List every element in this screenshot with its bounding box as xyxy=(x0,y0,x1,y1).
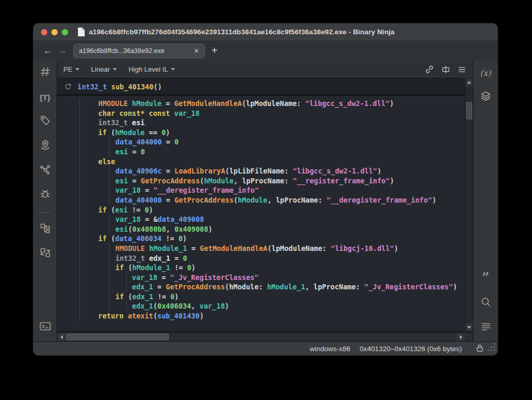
code-token[interactable]: ) xyxy=(183,234,187,243)
code-line[interactable]: var_18 = "_Jv_RegisterClasses" xyxy=(57,273,473,283)
code-token[interactable]: if xyxy=(115,263,124,272)
code-token[interactable]: var_18 xyxy=(174,109,200,117)
scroll-down-button[interactable] xyxy=(466,324,473,331)
code-token[interactable]: ) xyxy=(149,206,153,214)
code-token[interactable]: var_18 xyxy=(132,273,157,282)
code-token[interactable]: = xyxy=(162,167,174,175)
split-view-icon[interactable] xyxy=(441,65,450,74)
code-token[interactable]: ) xyxy=(377,167,381,175)
code-token[interactable]: = xyxy=(162,196,174,204)
code-line[interactable]: return atexit(sub_401430) xyxy=(57,311,473,321)
code-token[interactable]: "libgcc_s_dw2-1.dll" xyxy=(305,99,390,108)
sidebar-item-types[interactable]: {T} xyxy=(37,89,53,105)
vertical-scrollbar[interactable] xyxy=(465,78,473,331)
code-token[interactable]: GetProcAddress xyxy=(141,177,200,185)
code-token[interactable]: ( xyxy=(128,225,132,233)
code-token[interactable]: ( xyxy=(268,244,272,252)
code-token[interactable] xyxy=(124,312,128,320)
code-token[interactable]: var_18 xyxy=(200,302,225,310)
code-token[interactable]: hModule xyxy=(204,177,234,185)
sidebar-item-debugger[interactable] xyxy=(37,187,53,203)
code-token[interactable]: = xyxy=(141,215,153,223)
code-token[interactable]: ) xyxy=(166,128,170,137)
code-line[interactable]: if (data_406034 != 0) xyxy=(57,234,473,244)
code-token[interactable]: ) xyxy=(191,263,195,272)
code-token[interactable]: ) xyxy=(453,283,457,291)
code-token[interactable]: if xyxy=(98,206,107,214)
code-token[interactable]: GetModuleHandleA xyxy=(174,99,242,108)
code-token[interactable]: atexit xyxy=(128,312,153,320)
code-token[interactable]: sub_401340 xyxy=(111,83,153,91)
code-token[interactable]: int32_t xyxy=(115,254,145,262)
sidebar-item-stack[interactable] xyxy=(478,89,494,105)
code-token[interactable]: data_404000 xyxy=(115,138,162,146)
title-bar[interactable]: a196c6b8ffcb97ffb276d04f354696e2391311db… xyxy=(33,23,498,41)
sidebar-item-tags[interactable] xyxy=(37,114,53,129)
code-token[interactable]: HMODULE xyxy=(115,244,145,252)
code-line[interactable]: var_18 = "__deregister_frame_info" xyxy=(57,185,473,195)
lock-icon[interactable] xyxy=(475,343,484,354)
code-token[interactable]: "__deregister_frame_info" xyxy=(326,196,432,204)
code-line[interactable]: else xyxy=(57,157,473,167)
code-token[interactable]: data_406034 xyxy=(115,234,162,243)
code-token[interactable]: , xyxy=(305,283,313,291)
code-line[interactable]: if (hModule == 0) xyxy=(57,128,473,138)
code-token[interactable]: 0x409008 xyxy=(175,225,208,233)
code-token[interactable]: , xyxy=(191,302,200,310)
code-token[interactable]: "_Jv_RegisterClasses" xyxy=(364,283,453,291)
code-token[interactable]: "_Jv_RegisterClasses" xyxy=(170,273,259,282)
sidebar-item-strings[interactable]: ” xyxy=(478,271,494,286)
link-icon[interactable] xyxy=(424,64,434,74)
scroll-right-button[interactable] xyxy=(457,332,465,341)
back-button[interactable]: ← xyxy=(41,46,55,56)
code-token[interactable]: edx_1 xyxy=(132,302,153,310)
code-token[interactable]: ( xyxy=(124,263,132,272)
code-line[interactable]: if (hModule_1 != 0) xyxy=(57,263,473,273)
close-window-button[interactable] xyxy=(41,29,47,35)
code-token[interactable]: "libgcj-16.dll" xyxy=(331,244,394,252)
code-token[interactable] xyxy=(128,118,132,127)
code-token[interactable]: int32_t xyxy=(77,83,107,91)
code-token[interactable]: = xyxy=(128,148,140,156)
sidebar-item-log[interactable] xyxy=(478,319,494,335)
code-token[interactable]: () xyxy=(153,83,162,91)
code-token[interactable]: ) xyxy=(390,177,394,185)
horizontal-scroll-thumb[interactable] xyxy=(66,334,169,340)
code-token[interactable]: ) xyxy=(390,99,394,108)
code-token[interactable]: = xyxy=(153,283,166,291)
code-token[interactable]: var_18 xyxy=(115,186,141,194)
resize-grip[interactable] xyxy=(487,342,496,354)
code-token[interactable]: ( xyxy=(107,234,115,243)
code-token[interactable]: lpProcName: xyxy=(242,177,293,185)
code-token[interactable]: ) xyxy=(208,225,212,233)
code-token[interactable]: "libgcc_s_dw2-1.dll" xyxy=(292,167,377,175)
new-tab-button[interactable]: + xyxy=(211,45,218,57)
code-token[interactable]: char const* const xyxy=(98,109,170,117)
scroll-left-button[interactable] xyxy=(57,332,65,341)
code-token[interactable]: hModule xyxy=(238,196,268,204)
code-token[interactable]: if xyxy=(115,292,124,301)
code-token[interactable]: != xyxy=(170,263,188,272)
code-token[interactable]: ) xyxy=(200,312,204,320)
code-token[interactable]: = xyxy=(170,254,183,262)
code-line[interactable]: edx_1(0x406034, var_18) xyxy=(57,301,473,311)
code-token[interactable]: ( xyxy=(153,312,157,320)
code-token[interactable]: ( xyxy=(124,292,132,301)
code-token[interactable]: lpProcName: xyxy=(314,283,365,291)
refresh-icon[interactable] xyxy=(64,83,72,91)
code-line[interactable]: esi = 0 xyxy=(57,147,473,157)
code-token[interactable]: hModule xyxy=(115,128,145,137)
code-token[interactable]: ) xyxy=(175,292,179,301)
code-token[interactable]: "__deregister_frame_info" xyxy=(153,186,259,194)
forward-button[interactable]: → xyxy=(55,46,70,56)
code-token[interactable]: "__register_frame_info" xyxy=(292,177,390,185)
code-token[interactable]: return xyxy=(98,312,124,320)
code-token[interactable]: = xyxy=(162,99,174,108)
code-token[interactable]: ( xyxy=(107,128,115,137)
sidebar-item-memory-map[interactable] xyxy=(37,138,53,154)
sidebar-item-transform[interactable] xyxy=(37,246,53,261)
code-token[interactable]: esi xyxy=(115,148,128,156)
code-token[interactable]: 0 xyxy=(144,206,149,214)
vertical-scroll-thumb[interactable] xyxy=(466,102,472,119)
code-token[interactable]: = xyxy=(141,186,153,194)
